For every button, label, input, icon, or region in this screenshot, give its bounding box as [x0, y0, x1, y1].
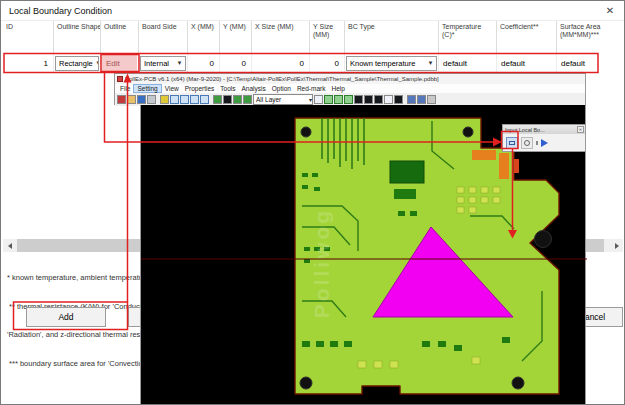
- cell-x-mm[interactable]: 0: [187, 54, 219, 72]
- via-layer-icon[interactable]: [374, 95, 383, 104]
- menu-help[interactable]: Help: [328, 85, 347, 92]
- top-side-icon[interactable]: [324, 95, 333, 104]
- pcb-window-title: PollEx-PCB v6.1 (x64) (Mar-9-2020) - [C:…: [125, 76, 439, 82]
- board-view-icon[interactable]: [213, 95, 222, 104]
- zoom-fit-icon[interactable]: [200, 95, 209, 104]
- text-layer-icon[interactable]: [394, 95, 403, 104]
- bottom-side-icon[interactable]: [344, 95, 353, 104]
- circle-glyph: [524, 140, 530, 146]
- close-icon[interactable]: [603, 4, 617, 18]
- layer-dark-icon[interactable]: [223, 95, 232, 104]
- col-outline-shape: Outline Shape: [53, 21, 100, 54]
- component-top-icon[interactable]: [233, 95, 242, 104]
- cell-y-mm[interactable]: 0: [219, 54, 251, 72]
- pcb-window: PollEx-PCB v6.1 (x64) (Mar-9-2020) - [C:…: [114, 73, 586, 105]
- cell-board-side: Internal: [138, 54, 187, 72]
- cell-bc-type: Known temperature: [344, 54, 438, 72]
- window-cascade-icon[interactable]: [417, 95, 426, 104]
- col-surface-area: Surface Area (MM*MM)***: [556, 21, 624, 54]
- col-outline: Outline: [100, 21, 138, 54]
- add-button[interactable]: Add: [26, 307, 106, 327]
- input-local-boundary-toolbar: Input Local Bo...: [502, 124, 586, 152]
- chevron-down-icon[interactable]: [425, 57, 436, 70]
- rectangle-tool-icon[interactable]: [506, 137, 518, 149]
- app-icon[interactable]: [117, 95, 126, 104]
- inner-side-icon[interactable]: [334, 95, 343, 104]
- line-layer-icon[interactable]: [364, 95, 373, 104]
- table-row[interactable]: 1 Rectangle Edit Internal 0 0 0 0 Known …: [3, 54, 624, 72]
- menu-tools[interactable]: Tools: [217, 85, 238, 92]
- component-bottom-icon[interactable]: [243, 95, 252, 104]
- separator-dot: [536, 141, 538, 145]
- toolbar-separator: [157, 95, 159, 105]
- zoom-in-icon[interactable]: [170, 95, 179, 104]
- pcb-canvas[interactable]: Polliwog Input Local Bo...: [140, 105, 586, 405]
- scroll-right-button[interactable]: [610, 239, 623, 252]
- cell-id: 1: [3, 54, 53, 72]
- toolbar-separator: [210, 95, 212, 105]
- pad-layer-icon[interactable]: [354, 95, 363, 104]
- rectangle-glyph: [509, 141, 515, 145]
- print-icon[interactable]: [147, 95, 156, 104]
- cell-outline: Edit: [100, 54, 138, 72]
- menu-option[interactable]: Option: [269, 85, 294, 92]
- menu-red-mark[interactable]: Red-mark: [294, 85, 329, 92]
- pcb-window-titlebar[interactable]: PollEx-PCB v6.1 (x64) (Mar-9-2020) - [C:…: [115, 74, 585, 84]
- col-coefficient: Coefficient**: [496, 21, 556, 54]
- highlight-icon[interactable]: [160, 95, 169, 104]
- menu-properties[interactable]: Properties: [182, 85, 218, 92]
- chevron-down-icon: [309, 96, 312, 103]
- col-id: ID: [3, 21, 53, 54]
- outline-shape-combo[interactable]: Rectangle: [55, 56, 99, 71]
- chevron-down-icon[interactable]: [174, 57, 185, 70]
- zoom-out-icon[interactable]: [180, 95, 189, 104]
- menu-setting[interactable]: Setting: [133, 84, 161, 93]
- pcb-menubar: File Setting View Properties Tools Analy…: [115, 84, 585, 93]
- col-board-side: Board Side: [138, 21, 187, 54]
- page-icon[interactable]: [314, 95, 323, 104]
- menu-file[interactable]: File: [117, 85, 133, 92]
- menu-view[interactable]: View: [162, 85, 182, 92]
- dialog-title: Local Boundary Condition: [9, 6, 112, 16]
- mini-toolbar-titlebar[interactable]: Input Local Bo...: [503, 125, 585, 134]
- plane-layer-icon[interactable]: [384, 95, 393, 104]
- col-x-mm: X (MM): [187, 21, 219, 54]
- col-y-size: Y Size (MM): [309, 21, 344, 54]
- board-side-combo[interactable]: Internal: [140, 56, 186, 71]
- col-y-mm: Y (MM): [219, 21, 251, 54]
- cell-outline-shape: Rectangle: [53, 54, 100, 72]
- circle-tool-icon[interactable]: [521, 137, 533, 149]
- arrow-left-icon: [8, 243, 12, 249]
- layer-combo[interactable]: All Layer: [253, 94, 313, 105]
- mini-toolbar-title: Input Local Bo...: [503, 127, 577, 133]
- scroll-left-button[interactable]: [3, 239, 16, 252]
- close-icon[interactable]: [577, 126, 584, 133]
- table-header: ID Outline Shape Outline Board Side X (M…: [3, 21, 624, 54]
- cell-temperature[interactable]: default: [438, 54, 496, 72]
- edit-link[interactable]: Edit: [102, 55, 137, 71]
- window-tile-icon[interactable]: [407, 95, 416, 104]
- chevron-down-icon[interactable]: [93, 57, 99, 70]
- toolbar-separator: [404, 95, 406, 105]
- mini-toolbar-body: [503, 134, 585, 151]
- bc-type-combo[interactable]: Known temperature: [346, 56, 437, 71]
- save-icon[interactable]: [137, 95, 146, 104]
- cell-surface-area[interactable]: default: [556, 54, 624, 72]
- cell-y-size[interactable]: 0: [309, 54, 344, 72]
- local-boundary-condition-dialog: Local Boundary Condition ID Outline Shap…: [0, 0, 625, 405]
- arrow-right-icon: [615, 243, 619, 249]
- col-x-size: X Size (MM): [251, 21, 309, 54]
- pollex-app-icon: [117, 76, 123, 82]
- apply-arrow-icon[interactable]: [541, 139, 548, 147]
- col-temperature: Temperature (C)*: [438, 21, 496, 54]
- component-orange: [472, 150, 496, 160]
- menu-analysis[interactable]: Analysis: [239, 85, 269, 92]
- zoom-window-icon[interactable]: [190, 95, 199, 104]
- cell-x-size[interactable]: 0: [251, 54, 309, 72]
- dialog-titlebar: Local Boundary Condition: [1, 1, 624, 21]
- open-icon[interactable]: [127, 95, 136, 104]
- col-bc-type: BC Type: [344, 21, 438, 54]
- cell-coefficient[interactable]: default: [496, 54, 556, 72]
- measure-icon[interactable]: [427, 95, 436, 104]
- board-watermark: Polliwog: [310, 208, 333, 318]
